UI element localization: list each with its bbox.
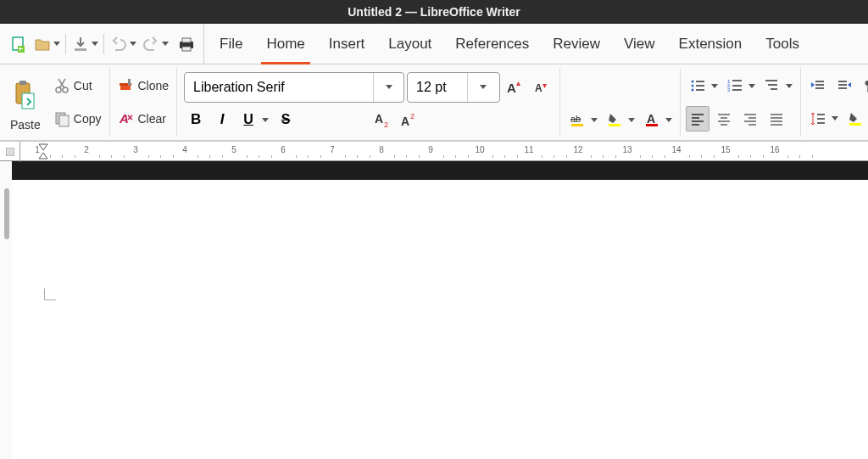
save-dropdown[interactable] [91, 42, 99, 46]
menu-tools[interactable]: Tools [754, 24, 811, 64]
align-left-button[interactable] [686, 106, 709, 132]
svg-point-9 [56, 87, 61, 92]
ruler-corner [0, 142, 20, 162]
paste-button[interactable] [9, 76, 38, 115]
svg-rect-2 [75, 48, 86, 51]
svg-rect-41 [732, 89, 742, 91]
svg-rect-66 [838, 87, 847, 89]
new-document-button[interactable] [8, 34, 29, 54]
svg-rect-72 [849, 123, 861, 126]
font-color-group: ab A [560, 68, 681, 137]
highlight-dropdown[interactable] [627, 118, 636, 122]
char-highlight-button[interactable]: ab [565, 107, 589, 132]
undo-button[interactable] [108, 34, 129, 54]
separator [103, 34, 104, 54]
ruler-tick-label: 13 [622, 145, 632, 154]
ribbon-home: Paste Cut Copy Clone A Cl [0, 64, 868, 141]
font-name-combo[interactable] [184, 72, 404, 103]
svg-text:▾: ▾ [542, 81, 547, 90]
menu-view[interactable]: View [612, 24, 667, 64]
highlight-button[interactable] [603, 107, 626, 132]
svg-text:A: A [375, 112, 383, 126]
svg-rect-47 [692, 120, 704, 122]
number-list-dropdown[interactable] [748, 84, 756, 88]
outline-list-dropdown[interactable] [785, 84, 793, 88]
svg-rect-51 [718, 120, 730, 122]
svg-rect-58 [771, 117, 782, 119]
underline-dropdown[interactable] [261, 118, 270, 122]
print-button[interactable] [176, 34, 197, 54]
bold-button[interactable]: B [184, 107, 208, 132]
svg-rect-49 [718, 114, 730, 115]
redo-dropdown[interactable] [161, 42, 170, 46]
number-list-button[interactable]: 123 [723, 73, 747, 98]
vertical-scrollbar-thumb[interactable] [4, 188, 9, 239]
open-file-button[interactable] [32, 34, 53, 54]
cut-button[interactable]: Cut [51, 73, 95, 98]
menu-extension[interactable]: Extension [667, 24, 754, 64]
font-name-dropdown[interactable] [373, 73, 403, 102]
formatting-marks-button[interactable]: ¶ [859, 73, 868, 98]
svg-rect-64 [838, 81, 847, 82]
superscript-button[interactable]: A2 [397, 107, 420, 132]
svg-text:2: 2 [410, 112, 415, 120]
char-highlight-dropdown[interactable] [590, 118, 598, 122]
horizontal-ruler[interactable]: 12345678910111213141516 [0, 141, 868, 161]
italic-button[interactable]: I [210, 107, 234, 132]
strikethrough-button[interactable]: S [274, 107, 298, 132]
font-name-input[interactable] [185, 80, 373, 95]
line-spacing-dropdown[interactable] [831, 116, 839, 120]
open-file-dropdown[interactable] [53, 42, 61, 46]
bullet-list-button[interactable] [686, 73, 709, 98]
menu-file[interactable]: File [208, 24, 254, 64]
increase-indent-button[interactable] [806, 73, 830, 98]
font-color-button[interactable]: A [640, 107, 664, 132]
ruler-scale[interactable]: 12345678910111213141516 [20, 142, 868, 160]
document-page[interactable] [0, 180, 868, 459]
svg-rect-31 [696, 81, 704, 82]
grow-font-button[interactable]: A▴ [503, 75, 526, 100]
font-size-input[interactable] [408, 80, 467, 95]
svg-point-34 [692, 89, 694, 92]
svg-rect-70 [817, 118, 825, 120]
align-justify-button[interactable] [765, 106, 788, 132]
menu-home[interactable]: Home [254, 24, 316, 64]
bullet-list-dropdown[interactable] [710, 84, 719, 88]
menu-review[interactable]: Review [541, 24, 612, 64]
top-toolbar: File Home Insert Layout References Revie… [0, 24, 868, 64]
menu-references[interactable]: References [443, 24, 541, 64]
clone-format-button[interactable]: Clone [115, 73, 172, 98]
underline-button[interactable]: U [236, 107, 260, 132]
decrease-indent-button[interactable] [832, 73, 856, 98]
outline-list-button[interactable] [760, 73, 784, 98]
subscript-button[interactable]: A2 [370, 107, 394, 132]
paste-label: Paste [10, 118, 41, 132]
page-border-top [0, 161, 868, 180]
svg-rect-50 [721, 117, 727, 119]
paragraph-bg-button[interactable] [843, 106, 867, 132]
undo-dropdown[interactable] [129, 42, 137, 46]
menu-insert[interactable]: Insert [317, 24, 377, 64]
svg-rect-75 [6, 148, 14, 156]
svg-text:¶: ¶ [865, 79, 868, 93]
align-right-button[interactable] [738, 106, 762, 132]
redo-button[interactable] [141, 34, 161, 54]
svg-rect-48 [692, 124, 699, 126]
font-size-combo[interactable] [407, 72, 500, 103]
line-spacing-button[interactable] [806, 106, 830, 132]
align-center-button[interactable] [712, 106, 736, 132]
ruler-tick-label: 7 [330, 145, 335, 154]
font-color-dropdown[interactable] [665, 118, 673, 122]
ruler-tick-label: 11 [524, 145, 533, 154]
shrink-font-button[interactable]: A▾ [529, 75, 553, 100]
svg-rect-60 [771, 124, 782, 126]
menu-layout[interactable]: Layout [376, 24, 443, 64]
font-size-dropdown[interactable] [467, 73, 498, 102]
svg-rect-46 [692, 117, 699, 119]
save-button[interactable] [70, 34, 91, 54]
copy-button[interactable]: Copy [51, 106, 104, 132]
paragraph-group: 123 [681, 68, 801, 137]
svg-text:A: A [119, 111, 129, 126]
clear-format-button[interactable]: A Clear [115, 106, 169, 132]
ruler-tick-label: 16 [770, 145, 779, 154]
